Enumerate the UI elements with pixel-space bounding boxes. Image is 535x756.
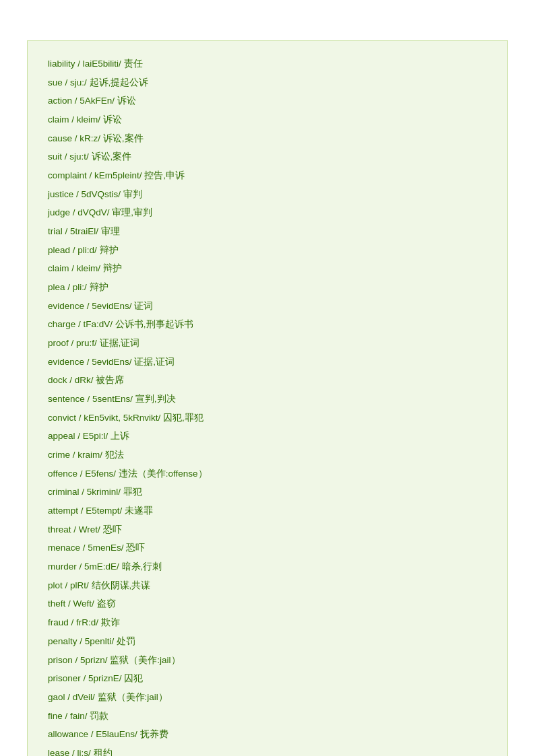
vocab-entry: appeal / E5pi:l/ 上诉 [48, 427, 487, 446]
vocab-entry: complaint / kEm5pleint/ 控告,申诉 [48, 166, 487, 185]
vocab-entry: prisoner / 5priznE/ 囚犯 [48, 669, 487, 688]
vocab-entry: evidence / 5evidEns/ 证据,证词 [48, 353, 487, 372]
vocab-entry: sentence / 5sentEns/ 宣判,判决 [48, 390, 487, 409]
vocab-entry: criminal / 5kriminl/ 罪犯 [48, 483, 487, 502]
vocab-entry: murder / 5mE:dE/ 暗杀,行刺 [48, 557, 487, 576]
vocab-entry: theft / Weft/ 盗窃 [48, 594, 487, 613]
vocab-entry: allowance / E5lauEns/ 抚养费 [48, 725, 487, 744]
vocab-entry: cause / kR:z/ 诉讼,案件 [48, 129, 487, 148]
vocab-entry: convict / kEn5vikt, 5kRnvikt/ 囚犯,罪犯 [48, 409, 487, 427]
vocab-entry: evidence / 5evidEns/ 证词 [48, 297, 487, 316]
vocab-entry: attempt / E5tempt/ 未遂罪 [48, 502, 487, 520]
vocab-entry: menace / 5menEs/ 恐吓 [48, 539, 487, 557]
vocab-entry: sue / sju:/ 起诉,提起公诉 [48, 73, 487, 92]
vocab-entry: crime / kraim/ 犯法 [48, 446, 487, 465]
vocab-entry: gaol / dVeil/ 监狱（美作:jail） [48, 688, 487, 707]
vocab-entry: charge / tFa:dV/ 公诉书,刑事起诉书 [48, 315, 487, 334]
vocab-entry: threat / Wret/ 恐吓 [48, 520, 487, 539]
vocab-entry: judge / dVQdV/ 审理,审判 [48, 203, 487, 222]
vocab-entry: liability / laiE5biliti/ 责任 [48, 55, 487, 73]
vocab-entry: lease / li:s/ 租约 [48, 744, 487, 756]
vocab-entry: dock / dRk/ 被告席 [48, 371, 487, 390]
vocab-entry: action / 5AkFEn/ 诉讼 [48, 92, 487, 110]
vocab-list: liability / laiE5biliti/ 责任sue / sju:/ 起… [48, 55, 487, 756]
vocab-entry: plea / pli:/ 辩护 [48, 278, 487, 297]
vocab-entry: suit / sju:t/ 诉讼,案件 [48, 147, 487, 166]
page: liability / laiE5biliti/ 责任sue / sju:/ 起… [0, 0, 535, 756]
vocab-entry: fraud / frR:d/ 欺诈 [48, 613, 487, 632]
vocab-entry: proof / pru:f/ 证据,证词 [48, 334, 487, 353]
vocab-entry: prison / 5prizn/ 监狱（美作:jail） [48, 651, 487, 670]
vocab-entry: penalty / 5penlti/ 处罚 [48, 632, 487, 651]
vocab-entry: justice / 5dVQstis/ 审判 [48, 185, 487, 204]
vocab-entry: offence / E5fens/ 违法（美作:offense） [48, 465, 487, 483]
vocab-entry: fine / fain/ 罚款 [48, 707, 487, 726]
vocab-container: liability / laiE5biliti/ 责任sue / sju:/ 起… [27, 40, 508, 756]
vocab-entry: claim / kleim/ 辩护 [48, 259, 487, 278]
vocab-entry: plead / pli:d/ 辩护 [48, 241, 487, 260]
vocab-entry: claim / kleim/ 诉讼 [48, 110, 487, 129]
vocab-entry: plot / plRt/ 结伙阴谋,共谋 [48, 576, 487, 595]
vocab-entry: trial / 5traiEl/ 审理 [48, 222, 487, 241]
